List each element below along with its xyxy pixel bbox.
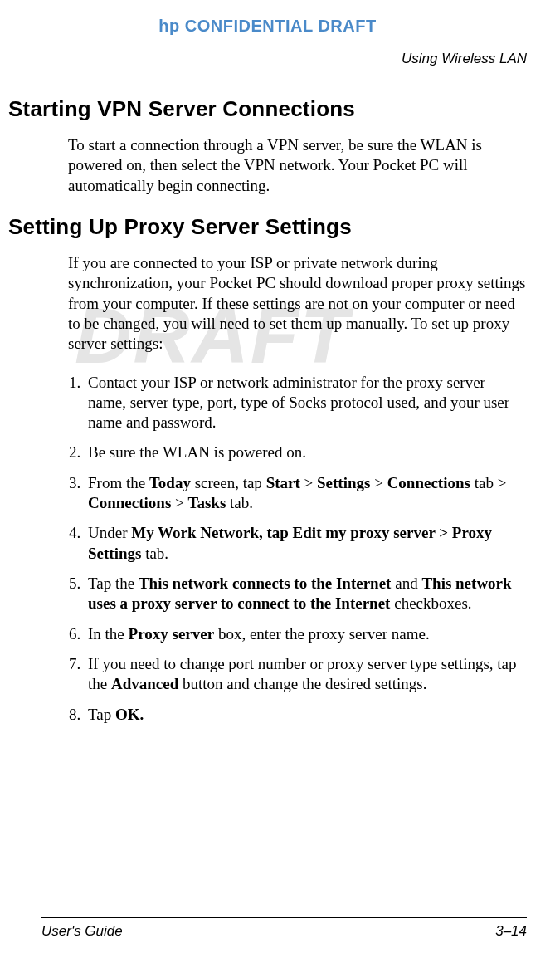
vpn-paragraph: To start a connection through a VPN serv… (68, 135, 527, 196)
running-head: Using Wireless LAN (41, 51, 527, 71)
step-1: Contact your ISP or network administrato… (85, 373, 527, 433)
step-7: If you need to change port number or pro… (85, 654, 527, 695)
step-3: From the Today screen, tap Start > Setti… (85, 473, 527, 514)
confidential-banner: hp CONFIDENTIAL DRAFT (8, 17, 527, 36)
running-head-region: Using Wireless LAN (41, 51, 527, 71)
step-5: Tap the This network connects to the Int… (85, 574, 527, 614)
step-4: Under My Work Network, tap Edit my proxy… (85, 523, 527, 564)
page-footer: User's Guide 3–14 (41, 917, 527, 940)
section-heading-proxy: Setting Up Proxy Server Settings (8, 214, 527, 240)
proxy-intro-paragraph: If you are connected to your ISP or priv… (68, 253, 527, 354)
footer-right: 3–14 (495, 923, 527, 940)
step-2: Be sure the WLAN is powered on. (85, 442, 527, 462)
section-heading-vpn: Starting VPN Server Connections (8, 96, 527, 122)
step-8: Tap OK. (85, 705, 527, 725)
proxy-steps-list: Contact your ISP or network administrato… (85, 373, 527, 725)
step-6: In the Proxy server box, enter the proxy… (85, 624, 527, 644)
footer-left: User's Guide (41, 923, 123, 940)
